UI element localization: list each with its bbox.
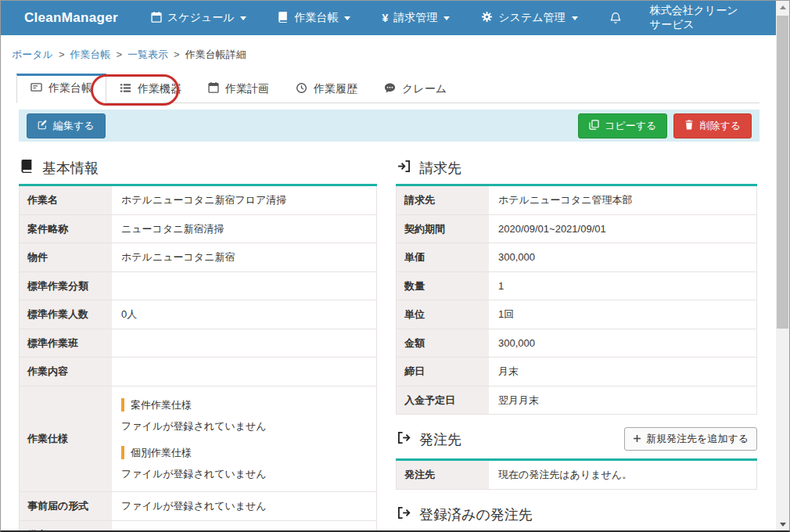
row-value: 300,000 — [489, 243, 757, 272]
nav-schedule[interactable]: スケジュール — [151, 11, 247, 25]
row-label: 作業名 — [20, 186, 112, 214]
edit-icon — [38, 120, 48, 132]
row-label: 契約期間 — [397, 214, 489, 243]
row-label: 金額 — [397, 329, 489, 358]
row-value — [112, 358, 377, 386]
tab-claim[interactable]: クレーム — [371, 74, 460, 103]
row-value: 翌月月末 — [489, 386, 757, 415]
table-row: 数量 1 — [397, 271, 757, 300]
book-icon — [278, 12, 289, 25]
edit-button[interactable]: 編集する — [27, 113, 106, 138]
row-value: 案件作業仕様 ファイルが登録されていません 個別作業仕様 ファイルが登録されてい… — [112, 386, 377, 491]
breadcrumb-list-view[interactable]: 一覧表示 — [127, 49, 168, 60]
row-value — [112, 329, 377, 358]
row-label: 発注先 — [397, 461, 489, 489]
edit-button-label: 編集する — [53, 119, 95, 133]
registered-order-header: 登録済みの発注先 — [396, 504, 757, 532]
row-label: 数量 — [397, 271, 489, 300]
table-row: 入金予定日 翌月月末 — [397, 386, 757, 415]
spec-heading: 案件作業仕様 — [121, 398, 367, 412]
tab-work-plan[interactable]: 作業計画 — [195, 74, 282, 103]
row-value: ホテルニューコタニ新宿 — [112, 243, 377, 272]
nav-system-admin[interactable]: システム管理 — [481, 11, 577, 25]
trash-icon — [684, 120, 694, 132]
copy-button-label: コピーする — [605, 119, 656, 133]
breadcrumb-portal[interactable]: ポータル — [12, 49, 53, 60]
tab-work-ledger[interactable]: 作業台帳 — [16, 74, 106, 103]
table-row: 案件略称 ニューコタニ新宿清掃 — [20, 214, 377, 243]
delete-button[interactable]: 削除する — [673, 113, 752, 138]
breadcrumb-work-ledger[interactable]: 作業台帳 — [70, 49, 111, 60]
scrollbar-thumb[interactable] — [777, 16, 788, 329]
breadcrumb-current: 作業台帳詳細 — [185, 49, 246, 60]
tab-work-ledger-label: 作業台帳 — [48, 81, 92, 95]
nav-billing-label: 請求管理 — [393, 11, 437, 25]
nav-billing[interactable]: ¥ 請求管理 — [382, 11, 450, 25]
scroll-up-icon[interactable] — [776, 1, 789, 14]
copy-button[interactable]: コピーする — [578, 113, 667, 138]
basic-info-title: 基本情報 — [42, 159, 99, 178]
table-row: 単位 1回 — [397, 300, 757, 329]
billing-header: 請求先 — [396, 157, 757, 186]
nav-schedule-label: スケジュール — [167, 11, 235, 25]
company-name[interactable]: 株式会社クリーンサービス — [650, 4, 740, 32]
table-row: 備考 — [20, 520, 377, 532]
copy-icon — [589, 120, 599, 132]
tab-work-equipment[interactable]: 作業機器 — [106, 74, 195, 103]
app-window: CleanManager スケジュール 作業台帳 ¥ 請求管理 システム管理 — [1, 1, 776, 532]
row-label: 備考 — [20, 520, 112, 532]
list-icon — [120, 82, 131, 96]
order-title: 発注先 — [419, 430, 461, 449]
table-row: 契約期間 2020/09/01~2021/09/01 — [397, 214, 757, 243]
order-table: 発注先 現在の発注先はありません。 — [396, 461, 757, 490]
tab-bar: 作業台帳 作業機器 作業計画 作業履歴 クレーム — [16, 74, 759, 103]
row-label: 単価 — [397, 243, 489, 272]
table-row: 標準作業班 — [20, 329, 377, 358]
row-label: 標準作業分類 — [20, 271, 112, 300]
yen-icon: ¥ — [382, 12, 388, 24]
billing-panel: 請求先 請求先 ホテルニューコタニ管理本部 契約期間 2020/09/01~20… — [396, 157, 757, 532]
chevron-down-icon — [572, 16, 578, 20]
table-row: 標準作業人数 0人 — [20, 300, 377, 329]
add-order-button[interactable]: 新規発注先を追加する — [624, 427, 757, 451]
nav-work-ledger[interactable]: 作業台帳 — [278, 11, 350, 25]
app-logo[interactable]: CleanManager — [24, 10, 118, 26]
tab-work-history[interactable]: 作業履歴 — [282, 74, 371, 103]
calendar-icon — [208, 82, 219, 95]
table-row: 請求先 ホテルニューコタニ管理本部 — [397, 186, 757, 214]
top-navbar: CleanManager スケジュール 作業台帳 ¥ 請求管理 システム管理 — [1, 1, 776, 35]
card-icon — [31, 81, 42, 95]
row-label: 入金予定日 — [397, 386, 489, 415]
row-label: 物件 — [20, 243, 112, 272]
table-row: 事前届の形式 ファイルが登録されていません — [20, 492, 377, 521]
row-value — [112, 520, 377, 532]
vertical-scrollbar[interactable] — [776, 1, 789, 531]
orange-bar-icon — [121, 446, 124, 459]
nav-system-admin-label: システム管理 — [498, 11, 565, 25]
chevron-down-icon — [240, 16, 246, 20]
delete-button-label: 削除する — [699, 119, 741, 133]
book-icon — [20, 160, 34, 177]
spec-empty-text: ファイルが登録されていません — [121, 419, 367, 433]
row-label: 単位 — [397, 300, 489, 329]
add-order-button-label: 新規発注先を追加する — [646, 432, 749, 446]
row-value: 1回 — [489, 300, 757, 329]
table-row: 発注先 現在の発注先はありません。 — [397, 461, 757, 489]
comment-icon — [384, 82, 396, 96]
scroll-down-icon[interactable] — [776, 518, 789, 531]
orange-bar-icon — [121, 398, 124, 412]
breadcrumb: ポータル>作業台帳>一覧表示>作業台帳詳細 — [1, 35, 776, 62]
table-row: 締日 月末 — [397, 358, 757, 386]
table-row: 物件 ホテルニューコタニ新宿 — [20, 243, 377, 272]
bell-icon[interactable] — [609, 12, 622, 24]
calendar-icon — [151, 12, 162, 25]
row-value: 1 — [489, 271, 757, 300]
row-value: 2020/09/01~2021/09/01 — [489, 214, 757, 243]
spec-heading: 個別作業仕様 — [121, 446, 367, 460]
tab-work-plan-label: 作業計画 — [225, 82, 269, 96]
row-value: ニューコタニ新宿清掃 — [112, 214, 377, 243]
row-value: ホテルニューコタニ管理本部 — [489, 186, 757, 214]
table-row-work-spec: 作業仕様 案件作業仕様 ファイルが登録されていません 個別作業仕様 — [20, 386, 377, 491]
row-label: 締日 — [397, 358, 489, 386]
order-header: 発注先 新規発注先を追加する — [396, 426, 757, 461]
